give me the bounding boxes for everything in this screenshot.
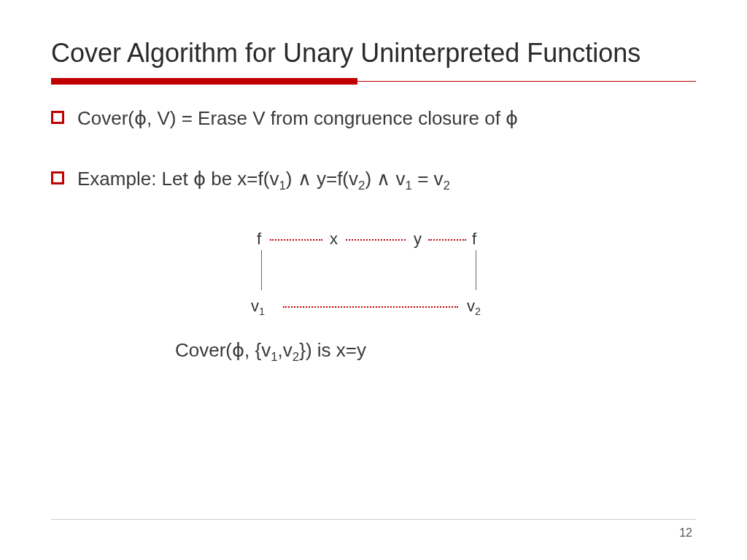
subscript: 1 [259, 306, 265, 317]
phi-symbol: ϕ [134, 107, 147, 129]
bullet-1: Cover(ϕ, V) = Erase V from congruence cl… [51, 106, 696, 131]
edge-f-v2 [476, 250, 476, 290]
node-f-right: f [472, 230, 476, 249]
square-bullet-icon [51, 111, 64, 124]
and-symbol: ∧ [298, 168, 311, 190]
subscript: 1 [271, 350, 277, 364]
text: y=f(v [311, 168, 358, 190]
text: = v [412, 168, 444, 190]
text: }) is x=y [299, 339, 366, 361]
bullet-1-text: Cover(ϕ, V) = Erase V from congruence cl… [77, 106, 518, 131]
subscript: 2 [293, 350, 299, 364]
text: ) [286, 168, 298, 190]
text: Cover( [175, 339, 232, 361]
phi-symbol: ϕ [193, 168, 206, 190]
text: , {v [244, 339, 271, 361]
congruence-diagram: f x y f v1 v2 [249, 230, 498, 324]
subscript: 2 [475, 306, 481, 317]
title-underline [51, 78, 696, 85]
node-v2: v2 [467, 297, 481, 317]
node-y: y [414, 230, 422, 249]
phi-symbol: ϕ [232, 339, 244, 361]
text: Example: Let [77, 168, 193, 190]
bullet-2-text: Example: Let ϕ be x=f(v1) ∧ y=f(v2) ∧ v1… [77, 166, 450, 195]
slide: Cover Algorithm for Unary Uninterpreted … [0, 0, 747, 560]
and-symbol: ∧ [376, 168, 390, 190]
text: v [251, 297, 259, 315]
edge-f-x [270, 239, 322, 241]
page-number: 12 [679, 526, 692, 540]
subscript: 2 [444, 179, 450, 192]
footer-divider [51, 519, 696, 520]
phi-symbol: ϕ [506, 107, 518, 129]
edge-x-y [346, 239, 406, 241]
text: ,v [278, 339, 293, 361]
node-f-left: f [257, 230, 261, 249]
edge-f-v1 [261, 250, 262, 290]
subscript: 1 [406, 179, 412, 192]
subscript: 2 [358, 179, 365, 192]
square-bullet-icon [51, 171, 64, 184]
edge-y-f [428, 239, 466, 241]
node-v1: v1 [251, 297, 265, 317]
slide-title: Cover Algorithm for Unary Uninterpreted … [51, 36, 696, 69]
bullet-2: Example: Let ϕ be x=f(v1) ∧ y=f(v2) ∧ v1… [51, 166, 696, 195]
subscript: 1 [279, 179, 285, 192]
conclusion-text: Cover(ϕ, {v1,v2}) is x=y [175, 339, 696, 365]
text: ) [365, 168, 376, 190]
text: v [467, 297, 475, 315]
edge-v1-v2 [283, 306, 458, 308]
text: v [390, 168, 405, 190]
node-x: x [330, 230, 338, 249]
text: , V) = Erase V from congruence closure o… [147, 107, 506, 129]
text: Cover( [77, 107, 134, 129]
text: be x=f(v [206, 168, 279, 190]
